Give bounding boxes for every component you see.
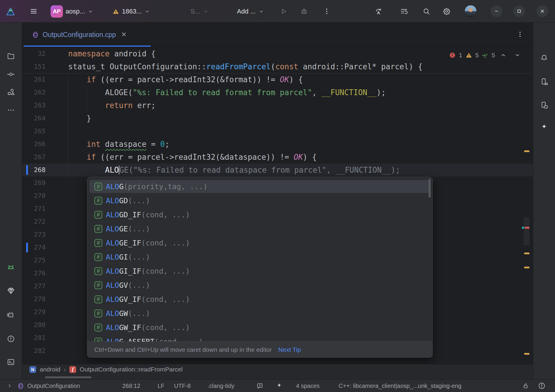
code-line-268[interactable]: 268 ALOGE("%s: Failed to read dataspace … <box>22 164 533 176</box>
structure-icon[interactable] <box>4 85 17 98</box>
analyzer-status[interactable]: .clang-tidy <box>208 380 234 392</box>
code-line-263[interactable]: 263 return err; <box>22 99 533 112</box>
problems-icon[interactable] <box>4 332 17 345</box>
stripe-warning-mark[interactable] <box>524 267 529 268</box>
recent-lines-icon[interactable] <box>400 7 408 15</box>
horizontal-scrollbar-thumb[interactable] <box>45 376 91 378</box>
inspection-profile-icon[interactable] <box>256 380 263 392</box>
hint-text: Ctrl+Down and Ctrl+Up will move caret do… <box>94 346 272 353</box>
code-line-151[interactable]: 151status_t OutputConfiguration::readFro… <box>22 60 533 73</box>
letter-a-refresh-icon[interactable] <box>375 7 382 15</box>
code-line-264[interactable]: 264 } <box>22 112 533 125</box>
editor-scrollbar-thumb[interactable] <box>524 217 529 245</box>
completion-list: #ALOG(priority,tag, ...)#ALOGD(...)#ALOG… <box>87 179 432 349</box>
terminal-icon[interactable] <box>4 356 17 369</box>
popup-scrollbar-thumb[interactable] <box>429 179 431 198</box>
code-line-265[interactable]: 265 <box>22 125 533 138</box>
completion-item-alogw_if[interactable]: #ALOGW_IF(cond, ...) <box>87 320 432 334</box>
completion-item-alogi[interactable]: #ALOGI(...) <box>87 250 432 264</box>
run-play-icon[interactable] <box>280 7 287 15</box>
completion-item-alogv_if[interactable]: #ALOGV_IF(cond, ...) <box>87 292 432 306</box>
line-number: 275 <box>22 254 46 267</box>
left-tool-window-rail <box>0 23 22 379</box>
search-icon[interactable] <box>422 7 430 15</box>
completion-item-aloge_if[interactable]: #ALOGE_IF(cond, ...) <box>87 236 432 250</box>
completion-text: GE <box>119 225 128 233</box>
right-tool-window-rail <box>533 23 555 379</box>
chevron-down-icon[interactable] <box>514 52 521 59</box>
gemini-sparkle-icon[interactable] <box>538 121 551 134</box>
completion-item-alog[interactable]: #ALOG(priority,tag, ...) <box>87 179 432 194</box>
completion-item-alogi_if[interactable]: #ALOGI_IF(cond, ...) <box>87 264 432 278</box>
line-number: 270 <box>22 189 46 202</box>
settings-gear-icon[interactable] <box>443 7 451 15</box>
run-configuration-name: S... <box>190 8 200 15</box>
code-line-262[interactable]: 262 ALOGE("%s: Failed to read format fro… <box>22 86 533 99</box>
inspection-widget[interactable]: 1 5 5 <box>449 49 521 61</box>
completion-item-alogd_if[interactable]: #ALOGD_IF(cond, ...) <box>87 208 432 222</box>
macro-icon: # <box>94 253 102 261</box>
error-info-icon[interactable] <box>538 380 546 392</box>
minimize-button[interactable] <box>491 5 502 17</box>
notifications-bell-icon[interactable] <box>538 51 551 64</box>
status-file-name[interactable]: OutputConfiguration <box>27 380 80 392</box>
close-button[interactable] <box>536 5 548 17</box>
stripe-warning-mark[interactable] <box>524 353 529 355</box>
gem-icon[interactable] <box>4 284 17 297</box>
next-tip-link[interactable]: Next Tip <box>278 346 301 353</box>
macro-icon: # <box>94 211 102 219</box>
completion-text: GE_IF <box>119 239 141 247</box>
breadcrumb-namespace[interactable]: android <box>40 366 60 373</box>
tab-bar-kebab-menu-icon[interactable] <box>516 31 524 38</box>
line-number: 277 <box>22 280 46 293</box>
stripe-warning-mark[interactable] <box>524 150 529 152</box>
line-text: status_t OutputConfiguration::readFromPa… <box>68 60 422 73</box>
completion-item-alogd[interactable]: #ALOGD(...) <box>87 194 432 208</box>
indent-size[interactable]: 4 spaces <box>296 380 320 392</box>
tab-outputconfiguration-cpp[interactable]: OutputConfiguration.cpp ✕ <box>24 23 134 47</box>
android-logcat-icon[interactable] <box>4 261 17 274</box>
line-number: 267 <box>22 151 46 164</box>
line-number: 265 <box>22 125 46 138</box>
kebab-menu-icon[interactable] <box>323 7 331 15</box>
caret-position[interactable]: 268:12 <box>122 380 140 392</box>
device-selector-widget[interactable]: Add ... <box>237 0 264 23</box>
line-number: 263 <box>22 99 46 112</box>
debug-bug-icon[interactable] <box>300 7 308 15</box>
unlocked-padlock-icon[interactable] <box>522 380 529 392</box>
commit-icon[interactable] <box>4 68 17 81</box>
device-manager-icon[interactable] <box>538 75 551 88</box>
speed-cat-icon[interactable] <box>4 308 17 321</box>
code-line-267[interactable]: 267 if ((err = parcel->readInt32(&datasp… <box>22 151 533 164</box>
sparkle-icon[interactable] <box>276 380 283 392</box>
run-configuration-widget[interactable]: S... <box>190 0 209 23</box>
toolchain-status[interactable]: C++: libcamera_client|aosp_...unk_stagin… <box>339 380 462 392</box>
code-line-261[interactable]: 261 if ((err = parcel->readInt32(&format… <box>22 73 533 86</box>
vcs-branch-widget[interactable]: 1863... <box>112 0 150 23</box>
chevron-up-icon[interactable] <box>500 52 507 59</box>
file-encoding[interactable]: UTF-8 <box>174 380 191 392</box>
completion-item-aloge[interactable]: #ALOGE(...) <box>87 222 432 236</box>
completion-item-alogw[interactable]: #ALOGW(...) <box>87 306 432 320</box>
user-avatar[interactable] <box>464 5 477 17</box>
tab-close-icon[interactable]: ✕ <box>119 31 126 38</box>
maximize-button[interactable] <box>513 5 525 17</box>
completion-text: ALO <box>106 281 119 290</box>
completion-text: (cond, ...) <box>141 239 190 247</box>
completion-item-alogv[interactable]: #ALOGV(...) <box>87 278 432 292</box>
line-number: 278 <box>22 293 46 306</box>
hamburger-menu-icon[interactable] <box>30 7 38 15</box>
chevron-right-icon[interactable] <box>6 380 13 392</box>
more-horizontal-icon[interactable] <box>4 104 17 117</box>
folder-icon[interactable] <box>4 49 17 62</box>
completion-hint-footer: Ctrl+Down and Ctrl+Up will move caret do… <box>87 341 432 357</box>
project-widget[interactable]: AP aosp... <box>51 0 93 23</box>
code-line-266[interactable]: 266 int dataspace = 0; <box>22 138 533 151</box>
running-devices-icon[interactable] <box>538 99 551 112</box>
line-number: 151 <box>22 60 46 73</box>
line-ending[interactable]: LF <box>158 380 164 392</box>
line-number: 273 <box>22 228 46 241</box>
breadcrumb-function[interactable]: OutputConfiguration::readFromParcel <box>80 366 183 373</box>
stripe-warning-mark[interactable] <box>524 253 529 254</box>
tab-title: OutputConfiguration.cpp <box>43 31 116 39</box>
